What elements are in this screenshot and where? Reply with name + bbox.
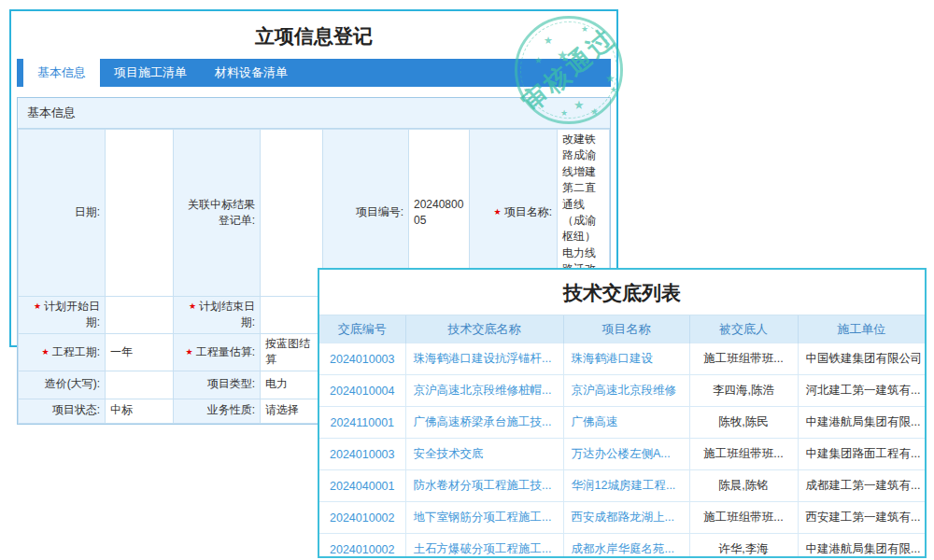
construction-unit-cell: 成都建工第一建筑有... bbox=[798, 470, 925, 502]
tab-basic-info[interactable]: 基本信息 bbox=[23, 59, 100, 87]
construction-unit-cell: 河北建工第一建筑有... bbox=[798, 375, 925, 407]
column-header: 施工单位 bbox=[798, 315, 925, 343]
form-value-cell[interactable]: 按蓝图结算 bbox=[261, 333, 323, 371]
required-asterisk-icon: ★ bbox=[42, 347, 50, 357]
required-asterisk-icon: ★ bbox=[186, 347, 193, 357]
recipients-cell: 施工班组带班... bbox=[689, 343, 798, 375]
screen: 立项信息登记 基本信息 项目施工清单 材料设备清单 基本信息 日期:关联中标结果… bbox=[0, 0, 934, 560]
form-value-cell[interactable]: 电力 bbox=[261, 371, 323, 399]
required-asterisk-icon: ★ bbox=[189, 301, 196, 311]
project-name-link[interactable]: 西安成都路龙湖上... bbox=[563, 502, 689, 534]
construction-unit-cell: 中建港航局集团有限... bbox=[798, 407, 925, 439]
table-row: 2024010004京沪高速北京段维修桩帽...京沪高速北京段维修李四海,陈浩河… bbox=[319, 375, 925, 407]
disclosure-id-link[interactable]: 2024010003 bbox=[319, 343, 405, 375]
project-name-link[interactable]: 广佛高速 bbox=[563, 407, 689, 439]
form-input-cell[interactable] bbox=[106, 130, 174, 297]
table-row: 2024010003珠海鹤港口建设抗浮锚杆...珠海鹤港口建设施工班组带班...… bbox=[319, 343, 925, 375]
registration-title: 立项信息登记 bbox=[11, 23, 616, 49]
required-asterisk-icon: ★ bbox=[34, 301, 41, 311]
disclosure-id-link[interactable]: 2024010004 bbox=[319, 375, 405, 407]
table-row: 2024110001广佛高速桥梁承台施工技...广佛高速陈牧,陈民中建港航局集团… bbox=[319, 407, 925, 439]
project-name-link[interactable]: 京沪高速北京段维修 bbox=[563, 375, 689, 407]
tab-project-construction-list[interactable]: 项目施工清单 bbox=[100, 59, 201, 87]
form-field-label: 项目状态: bbox=[19, 399, 106, 423]
project-name-link[interactable]: 珠海鹤港口建设 bbox=[563, 343, 689, 375]
form-field-label: 项目类型: bbox=[174, 371, 261, 399]
form-value-cell[interactable]: 请选择 bbox=[261, 399, 323, 423]
disclosure-id-link[interactable]: 2024010003 bbox=[319, 439, 405, 470]
recipients-cell: 陈牧,陈民 bbox=[689, 407, 798, 439]
column-header: 项目名称 bbox=[563, 315, 689, 343]
disclosure-name-link[interactable]: 土石方爆破分项工程施工... bbox=[405, 534, 563, 559]
disclosure-name-link[interactable]: 广佛高速桥梁承台施工技... bbox=[405, 407, 563, 439]
form-field-label: ★计划结束日期: bbox=[174, 296, 261, 333]
column-header: 被交底人 bbox=[689, 315, 798, 343]
form-field-label: 造价(大写): bbox=[19, 371, 106, 399]
disclosure-list-title: 技术交底列表 bbox=[319, 280, 925, 306]
disclosure-list-window: 技术交底列表 交底编号技术交底名称项目名称被交底人施工单位 2024010003… bbox=[318, 268, 927, 558]
table-row: 2024010002地下室钢筋分项工程施工...西安成都路龙湖上...施工班组带… bbox=[319, 502, 925, 534]
table-header-row: 交底编号技术交底名称项目名称被交底人施工单位 bbox=[319, 315, 925, 343]
column-header: 交底编号 bbox=[319, 315, 405, 343]
disclosure-name-link[interactable]: 防水卷材分项工程施工技... bbox=[405, 470, 563, 502]
table-row: 2024010002土石方爆破分项工程施工...成都水岸华庭名苑...许华,李海… bbox=[319, 534, 925, 559]
disclosure-id-link[interactable]: 2024110001 bbox=[319, 407, 405, 439]
construction-unit-cell: 中建集团路面工程有... bbox=[798, 439, 925, 470]
section-header: 基本信息 bbox=[18, 98, 610, 129]
recipients-cell: 施工班组带班... bbox=[689, 502, 798, 534]
tab-material-equipment-list[interactable]: 材料设备清单 bbox=[201, 59, 302, 87]
project-name-link[interactable]: 华润12城房建工程... bbox=[563, 470, 689, 502]
form-field-label: 日期: bbox=[19, 130, 106, 297]
form-field-label: ★计划开始日期: bbox=[19, 296, 106, 333]
disclosure-name-link[interactable]: 地下室钢筋分项工程施工... bbox=[405, 502, 563, 534]
disclosure-name-link[interactable]: 珠海鹤港口建设抗浮锚杆... bbox=[405, 343, 563, 375]
form-field-label: ★工程工期: bbox=[19, 333, 106, 371]
disclosure-id-link[interactable]: 2024010002 bbox=[319, 502, 405, 534]
table-row: 2024040001防水卷材分项工程施工技...华润12城房建工程...陈晨,陈… bbox=[319, 470, 925, 502]
tab-bar: 基本信息 项目施工清单 材料设备清单 bbox=[17, 59, 611, 87]
disclosure-id-link[interactable]: 2024010002 bbox=[319, 534, 405, 559]
disclosure-table: 交底编号技术交底名称项目名称被交底人施工单位 2024010003珠海鹤港口建设… bbox=[319, 315, 925, 558]
project-name-link[interactable]: 成都水岸华庭名苑... bbox=[563, 534, 689, 559]
project-name-link[interactable]: 万达办公楼左侧A... bbox=[563, 439, 689, 470]
construction-unit-cell: 中国铁建集团有限公司 bbox=[798, 343, 925, 375]
recipients-cell: 许华,李海 bbox=[689, 534, 798, 559]
form-input-cell[interactable] bbox=[261, 296, 323, 333]
disclosure-name-link[interactable]: 安全技术交底 bbox=[405, 439, 563, 470]
form-value-cell[interactable]: 中标 bbox=[106, 399, 174, 423]
form-input-cell[interactable] bbox=[106, 296, 174, 333]
form-value-cell bbox=[261, 130, 323, 297]
form-field-label: 关联中标结果登记单: bbox=[174, 130, 261, 297]
construction-unit-cell: 西安建工第一建筑有... bbox=[798, 502, 925, 534]
construction-unit-cell: 中建港航局集团有限... bbox=[798, 534, 925, 559]
form-field-label: ★工程量估算: bbox=[174, 333, 261, 371]
recipients-cell: 李四海,陈浩 bbox=[689, 375, 798, 407]
disclosure-id-link[interactable]: 2024040001 bbox=[319, 470, 405, 502]
column-header: 技术交底名称 bbox=[405, 315, 563, 343]
form-field-label: 业务性质: bbox=[174, 399, 261, 423]
form-value-cell bbox=[106, 371, 174, 399]
recipients-cell: 施工班组带班... bbox=[689, 439, 798, 470]
form-value-cell[interactable]: 一年 bbox=[106, 333, 174, 371]
table-row: 2024010003安全技术交底万达办公楼左侧A...施工班组带班...中建集团… bbox=[319, 439, 925, 470]
disclosure-name-link[interactable]: 京沪高速北京段维修桩帽... bbox=[405, 375, 563, 407]
recipients-cell: 陈晨,陈铭 bbox=[689, 470, 798, 502]
required-asterisk-icon: ★ bbox=[494, 207, 502, 217]
